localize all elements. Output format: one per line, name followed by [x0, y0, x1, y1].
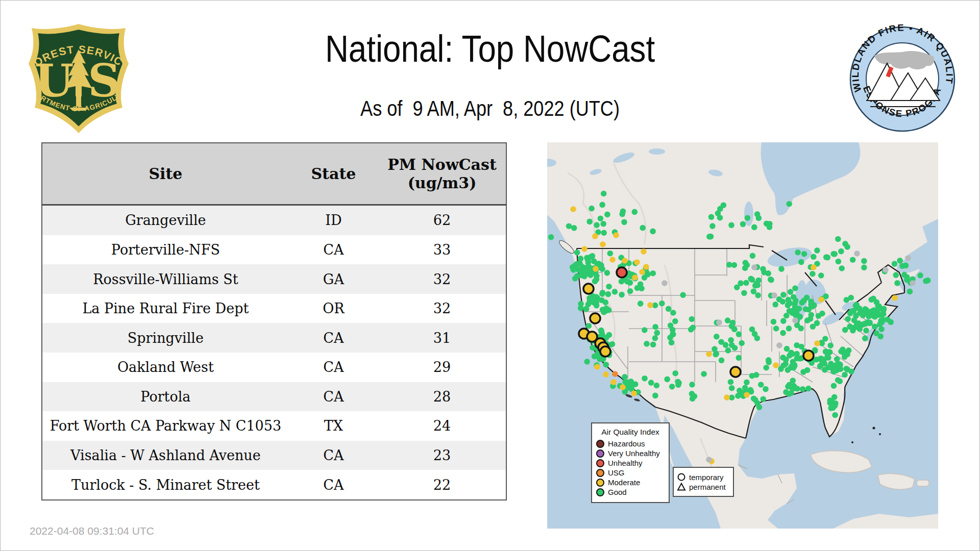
column-header-state: State: [289, 143, 378, 205]
monitor-dot: [739, 340, 745, 346]
monitor-dot: [827, 342, 834, 348]
monitor-dot: [755, 292, 761, 298]
monitor-dot: [744, 380, 750, 386]
monitor-dot: [753, 372, 760, 378]
top-site-marker: [590, 313, 600, 323]
monitor-dot: [609, 341, 616, 347]
monitor-dot: [592, 233, 598, 239]
monitor-dot: [714, 351, 720, 357]
monitor-dot: [584, 359, 590, 365]
monitor-dot: [612, 289, 618, 295]
monitor-dot: [610, 379, 617, 385]
monitor-dot: [794, 356, 800, 362]
monitor-dot: [893, 272, 899, 278]
monitor-dot: [853, 305, 860, 311]
aqi-legend-item: Moderate: [596, 479, 665, 487]
monitor-dot: [801, 251, 807, 257]
monitor-dot: [632, 209, 638, 215]
monitor-dot: [619, 292, 625, 298]
aqi-color-swatch-icon: [596, 479, 604, 487]
monitor-dot: [743, 280, 749, 286]
monitor-dot: [845, 316, 851, 322]
site-cell: Oakland West: [42, 353, 289, 382]
site-cell: Visalia - W Ashland Avenue: [42, 441, 289, 470]
monitor-dot: [835, 236, 841, 242]
monitor-dot: [787, 382, 793, 388]
table-row: Rossville-Williams StGA32: [42, 264, 506, 294]
monitor-dot: [706, 351, 712, 357]
site-cell: Turlock - S. Minaret Street: [42, 470, 289, 500]
table-row: Porterville-NFSCA33: [42, 235, 506, 265]
monitor-dot: [842, 241, 848, 247]
monitor-dot: [861, 265, 867, 271]
aqi-color-swatch-icon: [596, 449, 604, 458]
monitor-dot: [809, 304, 815, 310]
top-site-marker: [583, 284, 594, 294]
monitor-dot: [754, 211, 761, 217]
aqi-color-swatch-icon: [596, 440, 604, 448]
monitor-dot: [785, 367, 791, 373]
site-cell: La Pine Rural Fire Dept: [42, 294, 289, 323]
site-cell: Fort Worth CA Parkway N C1053: [42, 411, 289, 441]
column-header-pm-nowcast: PM NowCast (ug/m3): [378, 143, 506, 205]
monitor-dot: [648, 380, 654, 386]
monitor-dot: [870, 296, 876, 302]
monitor-dot: [854, 251, 860, 257]
monitor-dot: [647, 302, 653, 308]
monitor-dot: [869, 308, 875, 314]
top-site-marker: [803, 350, 814, 361]
wfaqrp-logo: WILDLAND FIRE • AIR QUALITY RESPONSE PRO…: [848, 24, 957, 136]
monitor-dot: [638, 300, 644, 307]
monitor-dot: [894, 280, 900, 286]
monitor-dot: [819, 311, 825, 317]
monitor-dot: [701, 371, 707, 377]
monitor-dot: [875, 303, 881, 309]
monitor-dot: [788, 289, 794, 295]
monitor-dot: [594, 277, 600, 283]
monitor-dot: [625, 380, 631, 386]
monitor-dot: [603, 362, 609, 368]
monitor-dot: [763, 386, 769, 392]
monitor-dot: [792, 285, 798, 291]
monitor-dot: [771, 319, 777, 325]
state-cell: CA: [289, 470, 378, 500]
monitor-dot: [726, 262, 732, 268]
monitor-dot: [728, 379, 734, 385]
monitor-dot: [822, 367, 828, 373]
monitor-dot: [811, 254, 817, 260]
monitor-dot: [897, 258, 903, 264]
monitor-dot: [709, 223, 716, 229]
monitor-dot: [639, 286, 645, 292]
monitor-dot: [642, 327, 648, 333]
monitor-dot: [872, 323, 878, 330]
page-title: National: Top NowCast: [214, 27, 766, 70]
site-cell: Springville: [42, 323, 289, 353]
monitor-dot: [680, 292, 686, 298]
monitor-dot: [641, 248, 647, 255]
usfs-letter-s: S: [88, 54, 120, 107]
marker-legend-item: temporary: [677, 472, 730, 482]
monitor-dot: [825, 355, 831, 361]
monitor-dot: [804, 317, 811, 323]
monitor-dot: [907, 289, 913, 295]
table-row: Oakland WestCA29: [42, 353, 506, 382]
monitor-dot: [873, 331, 879, 337]
monitor-dot: [862, 336, 868, 342]
monitor-dot: [763, 365, 769, 371]
monitor-dot: [859, 322, 865, 328]
monitor-dot: [606, 284, 612, 290]
monitor-dot: [848, 295, 854, 301]
aqi-legend: Air Quality Index HazardousVery Unhealth…: [591, 422, 670, 503]
monitor-dot: [586, 219, 593, 225]
monitor-dot: [892, 295, 898, 301]
table-row: La Pine Rural Fire DeptOR32: [42, 294, 506, 323]
monitor-dot: [574, 249, 580, 256]
state-cell: CA: [289, 353, 378, 382]
monitor-dot: [831, 383, 837, 389]
monitor-dot: [760, 266, 766, 272]
aqi-legend-item: Very Unhealthy: [596, 449, 665, 458]
monitor-dot: [652, 393, 658, 399]
monitor-dot: [716, 319, 722, 325]
monitor-dot: [852, 324, 858, 331]
monitor-dot: [861, 258, 867, 264]
